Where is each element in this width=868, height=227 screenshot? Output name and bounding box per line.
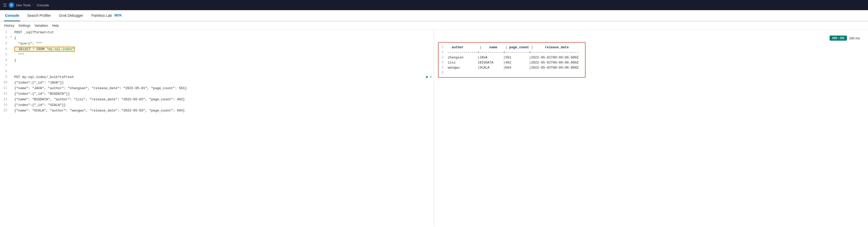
line-num-13: 13 bbox=[0, 97, 9, 101]
result-linenum-6: 6 bbox=[442, 71, 448, 74]
result-content-1: author | name | page_count | release_dat… bbox=[448, 45, 581, 49]
app-badge: D bbox=[9, 2, 14, 8]
result-linenum-2: 2 bbox=[442, 50, 448, 54]
line-content-4: SELECT * FROM "my-sql-index" bbox=[13, 47, 434, 51]
top-bar: ☰ D Dev Tools › Console bbox=[0, 0, 868, 10]
line-num-7: 7 bbox=[0, 64, 9, 68]
code-line-11: 11 {"name": "JAVA", "author": "zhangsan"… bbox=[0, 86, 434, 91]
main-content: 1 POST _sql?format=txt 2 ▼ { 3 "query": … bbox=[0, 30, 868, 226]
line-9-actions: ▶ ⚙ bbox=[426, 75, 434, 79]
tab-nav: Console Search Profiler Grok Debugger Pa… bbox=[0, 10, 868, 21]
hamburger-icon[interactable]: ☰ bbox=[3, 3, 7, 8]
wrench-icon[interactable]: ⚙ bbox=[430, 75, 432, 79]
beta-badge: BETA bbox=[114, 14, 123, 17]
result-pane: 200 - OK 190 ms 1 author | name | page_c… bbox=[434, 30, 868, 226]
result-content-3: zhangsan |JAVA |561 |2022-05-01T00:00:00… bbox=[448, 55, 579, 60]
result-line-6: 6 bbox=[442, 70, 582, 75]
tab-painless-lab[interactable]: Painless Lab BETA bbox=[91, 10, 124, 21]
line-content-10: {"index":{"_id": "JAVA"}} bbox=[13, 80, 434, 85]
breadcrumb-console[interactable]: Console bbox=[37, 3, 49, 7]
line-gutter-2: ▼ bbox=[9, 36, 13, 38]
tab-grok-debugger[interactable]: Grok Debugger bbox=[58, 10, 85, 21]
code-line-9: 9 PUT my-sql-index/_bulk?refresh ▶ ⚙ bbox=[0, 75, 434, 80]
line-content-2: { bbox=[13, 36, 434, 40]
line-content-12: {"index":{"_id": "BIGDATA"}} bbox=[13, 91, 434, 96]
result-line-4: 4 lisi |BIGDATA |482 |2022-05-02T00:00:0… bbox=[442, 60, 582, 65]
code-line-7: 7 bbox=[0, 64, 434, 69]
line-content-11: {"name": "JAVA", "author": "zhangsan", "… bbox=[13, 86, 434, 91]
result-linenum-1: 1 bbox=[442, 45, 448, 49]
line-content-8 bbox=[13, 69, 434, 74]
line-num-14: 14 bbox=[0, 103, 9, 107]
result-line-2: 2 ---------------+------------+---------… bbox=[442, 50, 582, 55]
toolbar-history[interactable]: History bbox=[4, 24, 14, 28]
code-line-14: 14 {"index":{"_id": "SCALA"}} bbox=[0, 103, 434, 108]
code-line-4: 4 SELECT * FROM "my-sql-index" bbox=[0, 47, 434, 52]
line-num-6: 6 bbox=[0, 58, 9, 62]
code-line-12: 12 {"index":{"_id": "BIGDATA"}} bbox=[0, 91, 434, 97]
result-linenum-3: 3 bbox=[442, 55, 448, 59]
code-line-2: 2 ▼ { bbox=[0, 36, 434, 41]
line-content-13: {"name": "BIGDATA", "author": "lisi", "r… bbox=[13, 97, 434, 102]
line-content-3: "query": """ bbox=[13, 41, 434, 46]
tab-console[interactable]: Console bbox=[4, 10, 20, 21]
line-num-10: 10 bbox=[0, 80, 9, 84]
toolbar-help[interactable]: Help bbox=[52, 24, 59, 28]
code-line-3: 3 "query": """ bbox=[0, 41, 434, 47]
code-line-8: 8 bbox=[0, 69, 434, 75]
code-line-15: 15 {"name": "SCALA", "author": "wangwu",… bbox=[0, 108, 434, 114]
line-num-8: 8 bbox=[0, 69, 9, 73]
status-badge: 200 - OK bbox=[830, 36, 847, 41]
line-num-1: 1 bbox=[0, 30, 9, 34]
toolbar-variables[interactable]: Variables bbox=[34, 24, 48, 28]
line-num-9: 9 bbox=[0, 75, 9, 79]
line-content-15: {"name": "SCALA", "author": "wangwu", "r… bbox=[13, 108, 434, 113]
result-linenum-4: 4 bbox=[442, 61, 448, 64]
line-content-5: """ bbox=[13, 52, 434, 57]
line-num-2: 2 bbox=[0, 36, 9, 40]
code-line-13: 13 {"name": "BIGDATA", "author": "lisi",… bbox=[0, 97, 434, 103]
line-num-12: 12 bbox=[0, 91, 9, 96]
line-content-1: POST _sql?format=txt bbox=[13, 30, 434, 35]
breadcrumb-separator: › bbox=[33, 3, 34, 7]
run-button[interactable]: ▶ bbox=[426, 75, 428, 79]
toolbar: History Settings Variables Help bbox=[0, 21, 868, 30]
result-content-6 bbox=[448, 71, 450, 75]
code-line-5: 5 """ bbox=[0, 52, 434, 58]
line-content-14: {"index":{"_id": "SCALA"}} bbox=[13, 103, 434, 107]
line-content-9: PUT my-sql-index/_bulk?refresh bbox=[13, 75, 426, 79]
line-num-15: 15 bbox=[0, 108, 9, 112]
result-line-1: 1 author | name | page_count | release_d… bbox=[442, 45, 582, 50]
tab-search-profiler[interactable]: Search Profiler bbox=[26, 10, 52, 21]
toolbar-settings[interactable]: Settings bbox=[18, 24, 30, 28]
result-box: 1 author | name | page_count | release_d… bbox=[438, 42, 586, 78]
result-content-4: lisi |BIGDATA |482 |2022-05-02T00:00:00.… bbox=[448, 61, 579, 65]
line-content-7 bbox=[13, 64, 434, 68]
result-line-5: 5 wangwu |SCALA |604 |2022-05-03T00:00:0… bbox=[442, 65, 582, 70]
result-line-3: 3 zhangsan |JAVA |561 |2022-05-01T00:00:… bbox=[442, 55, 582, 60]
status-area: 200 - OK 190 ms bbox=[438, 34, 864, 42]
line-num-11: 11 bbox=[0, 86, 9, 90]
code-line-10: 10 {"index":{"_id": "JAVA"}} bbox=[0, 80, 434, 86]
response-time: 190 ms bbox=[849, 36, 860, 40]
line-num-5: 5 bbox=[0, 52, 9, 56]
line-num-3: 3 bbox=[0, 41, 9, 45]
result-content-5: wangwu |SCALA |604 |2022-05-03T00:00:00.… bbox=[448, 66, 579, 70]
result-linenum-5: 5 bbox=[442, 66, 448, 69]
code-line-1: 1 POST _sql?format=txt bbox=[0, 30, 434, 36]
line-num-4: 4 bbox=[0, 47, 9, 51]
line-content-6: } bbox=[13, 58, 434, 63]
editor-pane[interactable]: 1 POST _sql?format=txt 2 ▼ { 3 "query": … bbox=[0, 30, 434, 226]
code-line-6: 6 } bbox=[0, 58, 434, 64]
result-content-2: ---------------+------------+-----------… bbox=[448, 50, 579, 54]
breadcrumb-dev-tools[interactable]: Dev Tools bbox=[16, 3, 31, 7]
